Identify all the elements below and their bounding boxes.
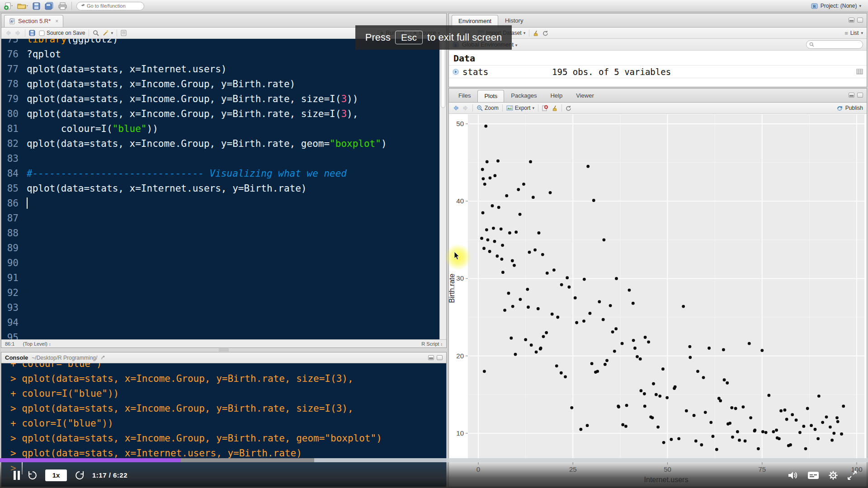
line-number: 78 xyxy=(1,79,27,89)
publish-button[interactable]: Publish xyxy=(845,105,863,111)
goto-arrow-icon xyxy=(79,3,85,9)
clear-plots-broom-icon[interactable] xyxy=(552,105,558,111)
data-point xyxy=(589,312,592,315)
filetype-indicator[interactable]: R Script ↕ xyxy=(421,341,443,347)
tab-viewer[interactable]: Viewer xyxy=(569,89,601,102)
environment-content: Data stats 195 obs. of 5 variables xyxy=(449,51,867,87)
print-icon[interactable] xyxy=(58,2,67,10)
view-table-icon[interactable] xyxy=(856,69,863,75)
forward-icon[interactable] xyxy=(15,30,21,36)
clear-broom-icon[interactable] xyxy=(533,30,539,36)
save-icon[interactable] xyxy=(33,2,40,10)
environment-search[interactable] xyxy=(806,40,863,49)
data-point xyxy=(517,188,520,191)
fullscreen-icon[interactable] xyxy=(847,470,857,480)
refresh-icon[interactable] xyxy=(542,30,548,36)
playback-speed-button[interactable]: 1x xyxy=(45,469,67,481)
source-pane: R Section 5.R* × Source on Save ▾ xyxy=(1,13,447,348)
plots-pane: FilesPlotsPackagesHelpViewer Zoom Export… xyxy=(448,88,867,487)
next-plot-icon[interactable] xyxy=(462,105,469,111)
code-line[interactable]: 91 xyxy=(1,270,446,285)
goto-file-input[interactable] xyxy=(76,2,144,10)
object-row-stats[interactable]: stats 195 obs. of 5 variables xyxy=(449,65,867,78)
previous-plot-icon[interactable] xyxy=(453,105,459,111)
code-line[interactable]: 90 xyxy=(1,255,446,270)
pause-button[interactable] xyxy=(14,471,20,480)
code-line[interactable]: 85qplot(data=stats, x=Internet.users, y=… xyxy=(1,181,446,196)
scrollbar-thumb[interactable] xyxy=(441,40,445,108)
code-line[interactable]: 89 xyxy=(1,240,446,255)
tab-packages[interactable]: Packages xyxy=(504,89,543,102)
refresh-plot-icon[interactable] xyxy=(566,105,571,111)
code-tools-menu[interactable]: ▾ xyxy=(103,30,113,36)
source-on-save-toggle[interactable]: Source on Save xyxy=(39,30,85,36)
open-file-icon[interactable] xyxy=(17,2,28,10)
project-menu[interactable]: R Project: (None) ▾ xyxy=(808,1,864,11)
code-line[interactable]: 93 xyxy=(1,300,446,315)
y-axis-title: Birth.rate xyxy=(449,273,456,303)
code-line[interactable]: 88 xyxy=(1,225,446,240)
new-file-icon[interactable] xyxy=(4,2,13,10)
tab-plots[interactable]: Plots xyxy=(477,90,504,102)
checkbox-icon[interactable] xyxy=(39,30,45,36)
compile-notebook-icon[interactable] xyxy=(121,30,127,36)
code-line[interactable]: 81 colour=I("blue")) xyxy=(1,121,446,136)
minimize-icon[interactable] xyxy=(849,93,854,98)
maximize-icon[interactable] xyxy=(857,18,863,23)
code-line[interactable]: 79qplot(data=stats, x=Income.Group, y=Bi… xyxy=(1,91,446,106)
code-line[interactable]: 84#------------------------------ Visual… xyxy=(1,166,446,181)
data-point xyxy=(783,408,787,412)
forward-skip-icon[interactable] xyxy=(74,470,85,481)
pane-splitter[interactable] xyxy=(1,348,447,352)
scope-indicator[interactable]: (Top Level) ↕ xyxy=(23,341,51,347)
editor-statusbar: 86:1 (Top Level) ↕ R Script ↕ xyxy=(1,339,446,347)
code-line[interactable]: 78qplot(data=stats, x=Income.Group, y=Bi… xyxy=(1,76,446,91)
code-editor[interactable]: 75library(ggplot2)76?qplot77qplot(data=s… xyxy=(1,39,446,339)
data-point xyxy=(749,416,752,419)
data-point xyxy=(535,351,538,354)
code-line[interactable]: 82qplot(data=stats, x=Income.Group, y=Bi… xyxy=(1,136,446,151)
video-progress-bar[interactable] xyxy=(0,458,868,462)
data-point xyxy=(575,321,578,324)
zoom-plot-button[interactable]: Zoom xyxy=(476,105,499,111)
code-line[interactable]: 80qplot(data=stats, x=Income.Group, y=Bi… xyxy=(1,106,446,121)
tab-files[interactable]: Files xyxy=(452,89,477,102)
code-line[interactable]: 95 xyxy=(1,330,446,339)
tab-section-5-r[interactable]: R Section 5.R* × xyxy=(4,15,63,27)
popout-icon[interactable] xyxy=(101,355,106,360)
code-line[interactable]: 77qplot(data=stats, x=Internet.users) xyxy=(1,61,446,76)
code-line[interactable]: 83 xyxy=(1,151,446,166)
data-point xyxy=(500,227,503,230)
code-line[interactable]: 92 xyxy=(1,285,446,300)
save-document-icon[interactable] xyxy=(29,30,35,36)
data-point xyxy=(567,286,571,289)
minimize-icon[interactable] xyxy=(849,18,854,23)
code-line[interactable]: 87 xyxy=(1,211,446,225)
minimize-icon[interactable] xyxy=(428,355,434,360)
close-tab-icon[interactable]: × xyxy=(55,18,58,24)
maximize-icon[interactable] xyxy=(857,93,863,98)
code-line[interactable]: 86 xyxy=(1,196,446,211)
data-point xyxy=(728,422,731,425)
data-point xyxy=(532,196,535,199)
list-view-toggle[interactable]: List xyxy=(850,30,859,36)
maximize-icon[interactable] xyxy=(437,355,443,360)
editor-scrollbar[interactable] xyxy=(439,39,446,339)
tab-help[interactable]: Help xyxy=(543,89,569,102)
remove-plot-icon[interactable] xyxy=(542,105,548,111)
save-all-icon[interactable] xyxy=(45,2,54,10)
line-number: 86 xyxy=(1,198,27,209)
expand-object-icon[interactable] xyxy=(453,69,459,75)
line-number: 82 xyxy=(1,138,27,149)
find-icon[interactable] xyxy=(93,30,99,36)
data-point xyxy=(615,277,618,280)
rewind-icon[interactable] xyxy=(27,470,38,481)
code-line[interactable]: 94 xyxy=(1,315,446,330)
captions-icon[interactable] xyxy=(807,471,819,480)
data-point xyxy=(677,437,680,440)
export-plot-button[interactable]: Export ▾ xyxy=(506,105,534,111)
data-point xyxy=(481,168,484,171)
settings-gear-icon[interactable] xyxy=(828,470,838,480)
back-icon[interactable] xyxy=(5,30,11,36)
volume-icon[interactable] xyxy=(788,471,798,480)
